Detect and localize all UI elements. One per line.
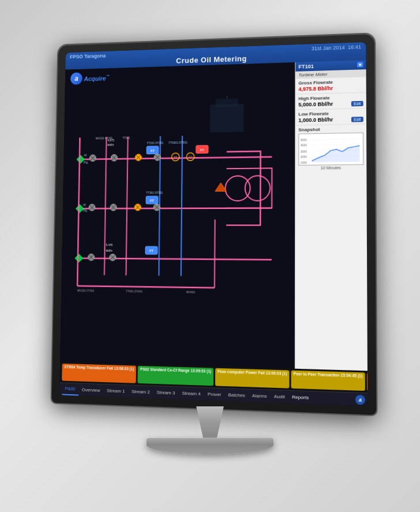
screen-content: FPSO Taragona 31st Jan 2014 16:41 Crude … [59,42,367,406]
acquire-logo: a Acquire™ [70,71,110,84]
nav-item-reports[interactable]: Reports [288,390,313,403]
screen-bezel: FPSO Taragona 31st Jan 2014 16:41 Crude … [59,42,367,406]
snapshot-label: Snapshot [298,126,363,132]
nav-item-alarms[interactable]: Alarms [249,389,271,402]
svg-text:42: 42 [84,154,87,157]
alarm-tag: PS02 Standard Co-Cf Range 13:09:03 (1) [138,365,213,386]
svg-text:FT: FT [200,148,205,151]
svg-text:TT5S01 DT5S1: TT5S01 DT5S1 [168,141,187,144]
nav-item-stream-1[interactable]: Stream 1 [103,384,128,397]
snapshot-chart: 1000 2000 3000 4000 5000 [298,132,363,165]
svg-rect-1 [210,103,244,132]
svg-rect-2 [216,98,238,107]
low-flowrate-edit-button[interactable]: Edit [351,116,363,122]
svg-text:MV101 FT101: MV101 FT101 [96,137,113,140]
nav-item-batches[interactable]: Batches [224,388,249,402]
monitor-body: FPSO Taragona 31st Jan 2014 16:41 Crude … [52,33,377,415]
snapshot-time-label: 10 Minutes [298,165,363,170]
svg-text:bbl/hr: bbl/hr [107,143,114,146]
low-flowrate-row: Low Flowrate 1,000.0 Bbl/hr Edit [295,108,366,125]
svg-text:TT301 DT301: TT301 DT301 [146,191,163,194]
svg-text:2000: 2000 [301,155,307,158]
svg-text:TT101: TT101 [122,136,130,139]
svg-text:P/g: P/g [84,161,88,164]
nav-item-stream-4[interactable]: Stream 4 [178,387,204,400]
pid-svg: FT FT FT FT [60,62,295,368]
svg-text:4000: 4000 [301,144,307,147]
svg-text:TT: TT [189,156,192,159]
svg-text:FT: FT [151,148,155,152]
low-flowrate-label: Low Flowrate [298,110,363,116]
main-area: a Acquire™ [60,60,367,371]
logo-text: Acquire™ [84,74,110,81]
svg-text:MV101 FT401: MV101 FT401 [77,289,95,291]
nav-item-overview[interactable]: Overview [78,383,104,397]
nav-logo-icon[interactable]: a [355,394,365,405]
svg-text:3000: 3000 [301,150,307,153]
svg-text:MV401: MV401 [186,290,196,293]
snapshot-section: Snapshot 1000 2000 3000 4000 [295,124,367,371]
vessel-name: FPSO Taragona [70,53,106,59]
svg-text:TT: TT [174,156,177,159]
svg-text:5.445: 5.445 [106,244,112,246]
right-panel: FT101 ■ Turbine Meter Gross Flowrate 4,9… [295,60,367,371]
logo-symbol: a [70,72,82,85]
high-flowrate-row: High Flowrate 5,000.0 Bbl/hr Edit [295,92,366,110]
alarm-tag: Flow computer Power Fail 13:09:03 (1) [215,368,290,388]
nav-item-p-id[interactable]: P&ID [62,383,78,395]
svg-text:FT: FT [149,249,154,252]
nav-item-stream-2[interactable]: Stream 2 [128,385,153,398]
svg-text:TT201 DT201: TT201 DT201 [147,141,163,144]
pid-diagram: a Acquire™ [60,62,295,368]
svg-text:5000: 5000 [301,138,307,141]
nav-item-audit[interactable]: Audit [271,390,288,403]
nav-item-stream-3[interactable]: Stream 3 [153,386,178,399]
svg-text:TT401 DT401: TT401 DT401 [126,290,143,293]
svg-text:42: 42 [83,203,87,206]
high-flowrate-value: 5,000.0 Bbl/hr [298,101,333,107]
monitor-stand-neck [187,406,233,438]
alarm-tag: STR04 Temp Transducer Fail 13:08:03 (1) [62,363,136,383]
alarm-tag: Peer to Peer Transaction 15:54:45 (1) [291,370,365,390]
high-flowrate-edit-button[interactable]: Edit [351,100,363,106]
gross-flowrate-row: Gross Flowrate 4,975.8 Bbl/hr [295,77,366,94]
monitor-stand-base [147,438,273,454]
svg-text:FT: FT [150,199,155,202]
svg-text:1000: 1000 [301,161,307,164]
svg-text:P/g: P/g [83,209,87,212]
low-flowrate-value: 1,000.0 Bbl/hr [298,117,333,123]
svg-line-77 [215,219,215,287]
alarm-tag: STR04 FR Lo Alarm 15:57:25 (1) [367,372,367,393]
nav-item-prover[interactable]: Prover [204,387,225,401]
svg-text:bbl/hr: bbl/hr [106,249,112,252]
